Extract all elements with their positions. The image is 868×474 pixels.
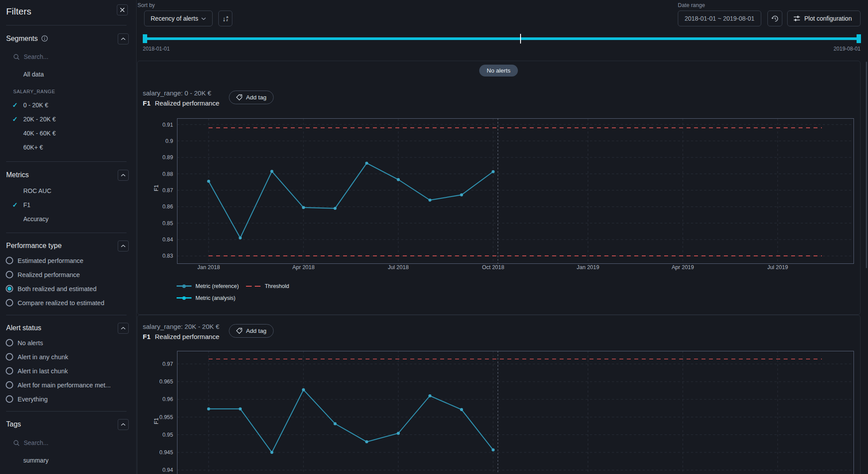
radio-both-realized-estimated[interactable]: Both realized and estimated xyxy=(6,285,97,292)
plot-configuration-button[interactable]: Plot configuration xyxy=(787,11,861,26)
info-icon[interactable] xyxy=(41,35,48,44)
segment-item[interactable]: 20K - 20K € xyxy=(23,116,56,123)
x-tick-label: Apr 2019 xyxy=(672,264,694,270)
segments-search-input[interactable] xyxy=(24,53,107,60)
data-point xyxy=(397,432,400,435)
radio-icon xyxy=(6,285,13,292)
segments-search[interactable] xyxy=(13,53,107,60)
threshold-swatch xyxy=(246,286,261,287)
legend-metric-analysis: Metric (analysis) xyxy=(177,295,235,301)
card2-add-tag-button[interactable]: Add tag xyxy=(229,324,274,338)
plot-border xyxy=(177,351,854,474)
segment-item[interactable]: 0 - 20K € xyxy=(23,102,48,109)
tags-search[interactable] xyxy=(13,439,107,446)
y-tick-label: 0.87 xyxy=(163,187,173,193)
radio-icon xyxy=(6,395,13,403)
segments-collapse-button[interactable] xyxy=(118,33,129,44)
metrics-header: Metrics xyxy=(6,171,29,179)
timeline-slider-track[interactable] xyxy=(143,37,861,40)
metric-item[interactable]: Accuracy xyxy=(23,215,49,222)
card1-legend: Metric (reference) Threshold Metric (ana… xyxy=(177,280,289,304)
y-tick-label: 0.89 xyxy=(163,154,173,160)
y-tick-label: 0.945 xyxy=(159,449,173,456)
data-point xyxy=(397,178,400,181)
alert-status-collapse-button[interactable] xyxy=(118,323,129,334)
card1-segment-label: salary_range: 0 - 20K € xyxy=(143,89,211,97)
radio-estimated-performance[interactable]: Estimated performance xyxy=(6,257,83,264)
date-range-input[interactable]: 2018-01-01 ~ 2019-08-01 xyxy=(678,11,761,26)
data-point xyxy=(460,193,463,197)
performance-type-collapse-button[interactable] xyxy=(118,241,129,252)
sliders-icon xyxy=(793,15,800,22)
y-tick-label: 0.84 xyxy=(163,237,173,243)
legend-threshold: Threshold xyxy=(246,283,289,289)
timeline-start-date: 2018-01-01 xyxy=(143,46,170,52)
data-point xyxy=(302,388,305,391)
tags-collapse-button[interactable] xyxy=(118,419,129,430)
divider xyxy=(6,161,127,162)
tags-search-input[interactable] xyxy=(24,439,107,446)
metric-item[interactable]: ROC AUC xyxy=(23,187,51,194)
check-icon: ✓ xyxy=(12,101,18,109)
card2-title: F1Realized performance xyxy=(143,333,219,340)
metric-item[interactable]: F1 xyxy=(23,201,30,208)
sort-direction-button[interactable]: ↓ az xyxy=(218,11,232,26)
y-tick-label: 0.96 xyxy=(163,396,173,402)
card2-performance-chart[interactable]: 0.970.9650.960.9550.950.9450.94 xyxy=(145,350,861,474)
date-range-label: Date range xyxy=(678,2,705,8)
data-point xyxy=(239,408,242,411)
legend-metric-reference: Metric (reference) xyxy=(177,283,239,289)
close-icon xyxy=(120,7,125,12)
chevron-up-icon xyxy=(121,423,126,426)
timeline-current-position-marker[interactable] xyxy=(520,34,521,44)
card1-title: F1Realized performance xyxy=(143,99,219,107)
timeline-slider-handle-end[interactable] xyxy=(857,34,861,43)
radio-compare-realized-estimated[interactable]: Compare realized to estimated xyxy=(6,299,104,306)
radio-icon xyxy=(6,339,13,346)
x-tick-label: Jan 2019 xyxy=(577,264,599,270)
vertical-scrollbar[interactable] xyxy=(866,62,867,268)
radio-alert-any-chunk[interactable]: Alert in any chunk xyxy=(6,353,68,361)
divider xyxy=(6,233,127,233)
segment-item[interactable]: 60K+ € xyxy=(23,144,43,151)
alert-status-header: Alert status xyxy=(6,324,41,332)
radio-alert-last-chunk[interactable]: Alert in last chunk xyxy=(6,367,68,375)
app-root: Filters Segments All data SALARY_RANGE ✓… xyxy=(0,0,868,474)
filters-sidebar: Filters Segments All data SALARY_RANGE ✓… xyxy=(0,0,137,474)
chevron-down-icon xyxy=(201,17,206,20)
metrics-collapse-button[interactable] xyxy=(118,170,129,181)
check-icon: ✓ xyxy=(12,201,18,209)
radio-everything[interactable]: Everything xyxy=(6,395,48,403)
data-point xyxy=(207,180,210,183)
x-tick-label: Jan 2018 xyxy=(197,264,220,270)
analysis-line-swatch xyxy=(177,297,192,299)
chevron-up-icon xyxy=(121,37,126,40)
segment-item-all-data[interactable]: All data xyxy=(23,71,44,78)
radio-alert-main-metric[interactable]: Alert for main performance met... xyxy=(6,381,111,389)
card1-add-tag-button[interactable]: Add tag xyxy=(229,91,274,104)
divider xyxy=(6,25,127,26)
performance-type-header: Performance type xyxy=(6,242,61,250)
tags-header: Tags xyxy=(6,420,21,428)
tag-icon xyxy=(236,328,242,334)
y-tick-label: 0.95 xyxy=(163,432,173,438)
y-tick-label: 0.965 xyxy=(159,379,173,385)
timeline-slider-handle-start[interactable] xyxy=(143,34,147,43)
tag-icon xyxy=(236,94,242,101)
radio-realized-performance[interactable]: Realized performance xyxy=(6,271,80,278)
tag-item-summary[interactable]: summary xyxy=(23,457,49,464)
radio-no-alerts[interactable]: No alerts xyxy=(6,339,43,346)
reset-date-range-button[interactable] xyxy=(767,11,782,26)
data-point xyxy=(270,170,273,173)
segment-item[interactable]: 40K - 60K € xyxy=(23,130,56,137)
y-tick-label: 0.91 xyxy=(163,122,173,128)
data-point xyxy=(333,207,336,210)
sort-by-dropdown[interactable]: Recency of alerts xyxy=(144,11,213,26)
card1-performance-chart[interactable]: Jan 2018Apr 2018Jul 2018Oct 2018Jan 2019… xyxy=(145,117,861,273)
data-point xyxy=(492,448,495,452)
timeline-end-date: 2019-08-01 xyxy=(834,46,861,52)
segment-group-label: SALARY_RANGE xyxy=(13,89,55,94)
sort-az-icon: ↓ az xyxy=(223,15,228,22)
y-tick-label: 0.85 xyxy=(163,220,173,226)
close-filters-button[interactable] xyxy=(117,4,128,15)
